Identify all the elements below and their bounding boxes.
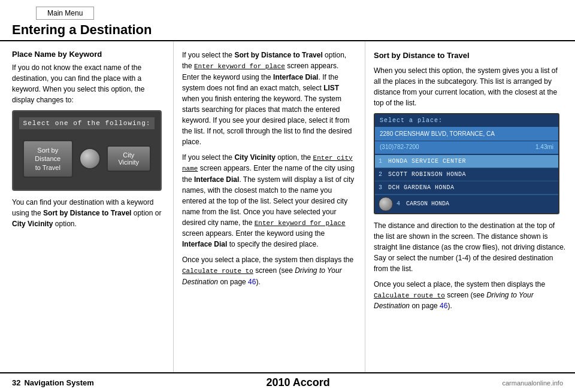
mid-p1-s1: If you select the [182, 51, 234, 59]
main-menu-label: Main Menu [47, 9, 83, 17]
screen-header: Select one of the following: [19, 117, 155, 129]
mid-p3-s1: Once you select a place, the system then… [182, 256, 353, 264]
nav-place-list: 1 HONDA SERVICE CENTER 2 SCOTT ROBINSON … [375, 155, 558, 213]
mid-p2-s5: screen appears. Enter the keyword using … [182, 229, 325, 238]
mid-p2-s2: option, the [276, 153, 313, 162]
mid-para2: If you select the City Vicinity option, … [182, 152, 356, 250]
calculate-route-mono: Calculate route to [182, 268, 253, 275]
page-footer: 32 Navigation System 2010 Accord carmanu… [0, 372, 575, 392]
page-link-46-mid[interactable]: 46 [248, 278, 256, 286]
mid-para3: Once you select a place, the system then… [182, 254, 356, 287]
nav-phone: (310)782-7200 [380, 142, 419, 151]
list-item[interactable]: 3 DCH GARDENA HONDA [375, 181, 558, 195]
screen-mockup: Select one of the following: Sort by Dis… [12, 110, 162, 191]
footer-right-url: carmanualonline.info [502, 379, 563, 387]
sort-by-distance-button[interactable]: Sort by Distanceto Travel [23, 140, 73, 178]
nav-list-item-with-knob: 4 CARSON HONDA [375, 195, 558, 213]
main-menu-button[interactable]: Main Menu [36, 7, 94, 20]
left-para2-mid: option or [131, 209, 161, 217]
nav-screen: Select a place: 2280 CRENSHAW BLVD, TORR… [374, 113, 559, 214]
city-vicinity-button[interactable]: City Vicinity [107, 145, 151, 172]
right-p3-end: ). [447, 302, 452, 310]
mid-p3-end: ). [256, 278, 260, 286]
sort-by-distance-bold: Sort by Distance to Travel [43, 209, 131, 217]
right-p3-s3: on page [410, 302, 440, 310]
footer-center-title: 2010 Accord [266, 376, 329, 389]
nav-item-num-4: 4 [397, 199, 406, 208]
nav-item-name-4: CARSON HONDA [406, 199, 449, 208]
interface-dial-knob[interactable] [79, 148, 101, 169]
mid-p3-s2: screen (see [253, 266, 295, 275]
page-title-bar: Entering a Destination [0, 20, 575, 41]
middle-column: If you select the Sort by Distance to Tr… [174, 41, 365, 385]
page-link-46-right[interactable]: 46 [440, 302, 447, 310]
left-heading: Place Name by Keyword [12, 50, 164, 59]
nav-knob[interactable] [379, 197, 393, 211]
interface-dial-bold: Interface Dial [273, 73, 318, 81]
enter-keyword-mono2: Enter keyword for place [255, 220, 346, 227]
right-para2: The distance and direction to the destin… [374, 220, 567, 274]
sort-bold-mid: Sort by Distance to Travel [234, 51, 322, 59]
right-para1: When you select this option, the system … [374, 65, 567, 108]
list-item[interactable]: 2 SCOTT ROBINSON HONDA [375, 168, 558, 181]
left-para2: You can find your destination with a key… [12, 197, 164, 229]
left-para1: If you do not know the exact name of the… [12, 62, 164, 105]
nav-distance: 1.43mi [535, 142, 553, 151]
main-content: Place Name by Keyword If you do not know… [0, 41, 575, 385]
city-vicinity-bold: City Vicinity [12, 220, 53, 228]
enter-keyword-mono: Enter keyword for place [194, 63, 285, 70]
mid-p2-s1: If you select the [182, 153, 234, 162]
footer-section: Navigation System [24, 378, 93, 387]
right-para3: Once you select a place, the system then… [374, 279, 567, 312]
right-heading: Sort by Distance to Travel [374, 50, 567, 62]
mid-para1: If you select the Sort by Distance to Tr… [182, 50, 356, 147]
interface-dial-bold3: Interface Dial [182, 240, 227, 248]
page-title: Entering a Destination [12, 22, 152, 37]
nav-screen-header: Select a place: [375, 114, 558, 127]
list-item[interactable]: 1 HONDA SERVICE CENTER [375, 155, 558, 168]
page-number: 32 [12, 378, 20, 387]
left-para2-end: option. [53, 220, 76, 228]
footer-left: 32 Navigation System [12, 378, 94, 387]
calc-route-mono-right: Calculate route to [374, 292, 445, 299]
mid-p3-s3: on page [218, 278, 248, 286]
mid-p1-s5: when you finish entering the keyword. Th… [182, 95, 352, 146]
list-bold: LIST [323, 84, 339, 92]
interface-dial-bold2: Interface Dial [194, 175, 239, 184]
nav-selected-address: 2280 CRENSHAW BLVD, TORRANCE, CA [375, 127, 558, 141]
right-p3-s2: screen (see [445, 291, 486, 299]
mid-p2-s6: to specify the desired place. [227, 240, 318, 248]
right-column: Sort by Distance to Travel When you sele… [365, 41, 575, 385]
left-column: Place Name by Keyword If you do not know… [0, 41, 174, 385]
screen-buttons: Sort by Distanceto Travel City Vicinity [19, 134, 155, 184]
city-vicinity-bold-mid: City Vicinity [234, 153, 275, 162]
right-p3-s1: Once you select a place, the system then… [374, 280, 545, 288]
nav-selected-detail: (310)782-7200 1.43mi [375, 141, 558, 155]
